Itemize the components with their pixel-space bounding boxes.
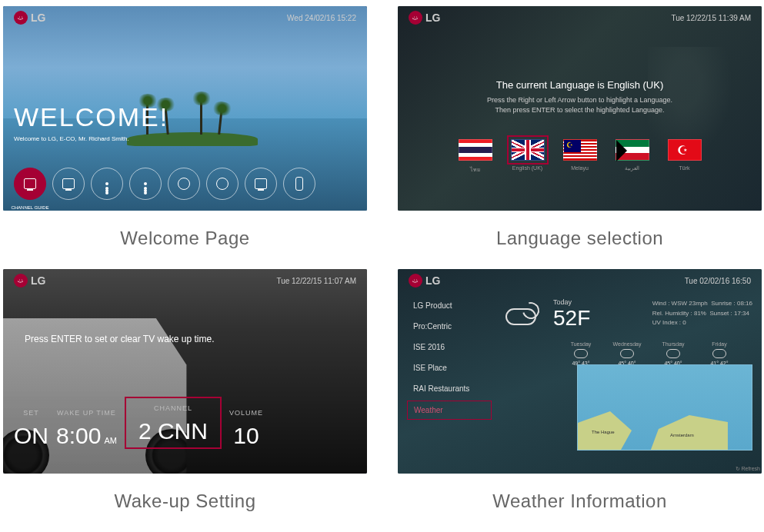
media-icon bbox=[255, 178, 267, 189]
caption-welcome: Welcome Page bbox=[3, 228, 367, 249]
launcher-info-2[interactable] bbox=[129, 168, 162, 200]
flag-row: ไทย English (UK) Melayu العربية Türk bbox=[398, 139, 762, 174]
refresh-button[interactable]: ↻ Refresh bbox=[736, 466, 760, 472]
forecast-day: Friday41° 42° bbox=[699, 341, 739, 366]
clock-text: Tue 12/22/15 11:39 AM bbox=[671, 14, 751, 22]
flag-option-arabic[interactable]: العربية bbox=[616, 139, 649, 174]
forecast-row: Tuesday49° 43° Wednesday45° 40° Thursday… bbox=[561, 341, 752, 366]
weather-condition-icon bbox=[505, 302, 542, 325]
sidebar-item-procentric[interactable]: Pro:Centric bbox=[407, 318, 492, 335]
info-icon bbox=[105, 182, 108, 185]
flag-icon bbox=[563, 139, 597, 161]
language-hint: Press the Right or Left Arrow button to … bbox=[398, 95, 762, 115]
launcher-row: CHANNEL GUIDE bbox=[14, 168, 315, 200]
wakeup-set-toggle[interactable]: SET ON bbox=[14, 409, 48, 449]
caption-wakeup: Wake-up Setting bbox=[3, 490, 367, 512]
cloud-icon bbox=[620, 349, 634, 358]
launcher-info-1[interactable] bbox=[91, 168, 123, 200]
welcome-subtitle: Welcome to LG, E-CO, Mr. Richard Smith. bbox=[14, 135, 129, 142]
forecast-day: Wednesday45° 40° bbox=[607, 341, 647, 366]
wakeup-channel-field[interactable]: CHANNEL 2 CNN bbox=[125, 397, 222, 449]
lg-logo: LG bbox=[14, 274, 45, 288]
alarm-icon bbox=[216, 178, 229, 190]
flag-option-malay[interactable]: Melayu bbox=[563, 139, 597, 174]
clock-text: Wed 24/02/16 15:22 bbox=[287, 14, 356, 22]
current-temp: 52F bbox=[553, 306, 590, 331]
briefcase-icon bbox=[62, 178, 75, 189]
wakeup-hint: Press ENTER to set or clear TV wake up t… bbox=[25, 334, 215, 344]
lg-logo: LG bbox=[409, 11, 440, 25]
language-screen: LG Tue 12/22/15 11:39 AM The current Lan… bbox=[398, 6, 762, 211]
info-icon bbox=[144, 182, 147, 185]
weather-screen: LG Tue 02/02/16 16:50 LG Product Pro:Cen… bbox=[398, 269, 762, 474]
weather-sidebar: LG Product Pro:Centric ISE 2016 ISE Plac… bbox=[407, 297, 492, 420]
flag-option-english-uk[interactable]: English (UK) bbox=[511, 139, 545, 174]
remote-icon bbox=[295, 177, 303, 191]
launcher-remote[interactable] bbox=[283, 168, 315, 200]
flag-icon bbox=[511, 139, 545, 161]
sidebar-item-rai-restaurants[interactable]: RAI Restaurants bbox=[407, 380, 492, 397]
today-label: Today bbox=[553, 298, 572, 306]
launcher-alarm[interactable] bbox=[206, 168, 239, 200]
welcome-screen: LG Wed 24/02/16 15:22 WELCOME! Welcome t… bbox=[3, 6, 367, 211]
cloud-icon bbox=[574, 349, 588, 358]
sidebar-item-lg-product[interactable]: LG Product bbox=[407, 297, 492, 314]
clock-text: Tue 12/22/15 11:07 AM bbox=[276, 277, 356, 285]
welcome-title: WELCOME! bbox=[14, 102, 168, 132]
weather-map[interactable]: The Hague Amsterdam bbox=[577, 364, 752, 451]
flag-option-thai[interactable]: ไทย bbox=[459, 139, 492, 174]
launcher-world[interactable] bbox=[168, 168, 200, 200]
launcher-media[interactable] bbox=[245, 168, 277, 200]
sidebar-item-weather[interactable]: Weather bbox=[407, 401, 492, 420]
wakeup-volume-field[interactable]: VOLUME 10 bbox=[229, 409, 263, 449]
sidebar-item-ise-place[interactable]: ISE Place bbox=[407, 359, 492, 377]
lg-logo: LG bbox=[409, 274, 440, 288]
flag-icon bbox=[459, 139, 492, 161]
caption-language: Language selection bbox=[398, 228, 762, 249]
globe-icon bbox=[178, 178, 190, 190]
tv-icon bbox=[24, 178, 36, 189]
wakeup-time-field[interactable]: WAKE UP TIME 8:00AM bbox=[56, 409, 117, 449]
flag-option-turkish[interactable]: Türk bbox=[668, 139, 702, 174]
clock-text: Tue 02/02/16 16:50 bbox=[685, 277, 751, 285]
wakeup-screen: LG Tue 12/22/15 11:07 AM Press ENTER to … bbox=[3, 269, 367, 474]
launcher-channel-guide[interactable]: CHANNEL GUIDE bbox=[14, 168, 46, 200]
caption-weather: Weather Information bbox=[398, 490, 762, 512]
cloud-icon bbox=[666, 349, 680, 358]
flag-icon bbox=[616, 139, 649, 161]
forecast-day: Tuesday49° 43° bbox=[561, 341, 601, 366]
weather-stats: Wind : WSW 23mph Sunrise : 08:16 Rel. Hu… bbox=[652, 299, 752, 328]
language-title: The current Language is English (UK) bbox=[398, 79, 762, 91]
launcher-hotel-info[interactable] bbox=[52, 168, 85, 200]
flag-icon bbox=[668, 139, 702, 161]
lg-logo: LG bbox=[14, 11, 45, 25]
cloud-icon bbox=[712, 349, 726, 358]
sidebar-item-ise2016[interactable]: ISE 2016 bbox=[407, 338, 492, 356]
forecast-day: Thursday45° 40° bbox=[653, 341, 693, 366]
